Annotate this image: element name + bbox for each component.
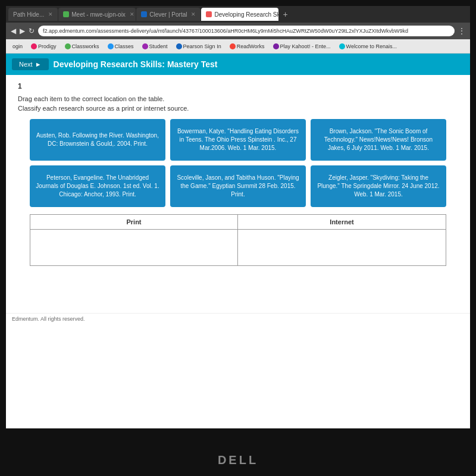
instruction-2: Classify each research source as a print… [18, 105, 458, 112]
page-content: Next ► Developing Research Skills: Maste… [6, 54, 470, 324]
bookmark-icon [176, 43, 182, 49]
card-text: Austen, Rob. Following the River. Washin… [36, 131, 159, 148]
print-column-header: Print [30, 215, 238, 229]
question-number: 1 [18, 82, 458, 90]
bookmark-prodigy[interactable]: Prodigy [28, 42, 60, 51]
back-icon[interactable]: ◀ [11, 27, 16, 35]
new-tab-button[interactable]: + [279, 10, 291, 19]
next-label: Next [19, 61, 33, 68]
extensions-icon[interactable]: ⋮ [458, 27, 465, 35]
bookmark-classes[interactable]: Classes [105, 42, 137, 51]
bookmark-icon [108, 43, 114, 49]
table-body [30, 230, 446, 265]
bookmark-renais[interactable]: Welcome to Renais... [336, 42, 400, 51]
card-text: Scoleville, Jason, and Tabitha Huson. "P… [176, 174, 300, 199]
refresh-icon[interactable]: ↻ [29, 27, 35, 35]
source-card-2[interactable]: Bowerman, Katye. "Handling Eating Disord… [170, 119, 306, 161]
tab-favicon [63, 11, 69, 17]
bookmark-icon [339, 43, 345, 49]
bookmark-student[interactable]: Student [139, 42, 171, 51]
bookmark-icon [65, 43, 71, 49]
address-input[interactable]: f2.app.edmentum.com/assessments-delivery… [38, 26, 455, 36]
tab-bar: Path Hide... ✕ Meet - mwe-ujpn-oix ✕ Cle… [6, 6, 470, 23]
browser-chrome: Path Hide... ✕ Meet - mwe-ujpn-oix ✕ Cle… [6, 6, 470, 54]
tab-clever[interactable]: Clever | Portal ✕ [136, 8, 201, 21]
next-arrow-icon: ► [35, 61, 42, 68]
bookmark-readworks[interactable]: ReadWorks [227, 42, 268, 51]
tab-favicon [141, 11, 147, 17]
main-content: 1 Drag each item to the correct location… [6, 75, 470, 313]
bookmark-pearson[interactable]: Pearson Sign In [173, 42, 224, 51]
forward-icon[interactable]: ▶ [20, 27, 25, 35]
footer-text: Edmentum. All rights reserved. [12, 316, 85, 322]
close-icon[interactable]: ✕ [191, 11, 196, 17]
tab-edmentum[interactable]: Developing Research Skills: Ma... ✕ [201, 8, 278, 21]
bookmark-login[interactable]: ogin [10, 42, 26, 51]
bookmark-label: Welcome to Renais... [346, 43, 397, 49]
address-text: f2.app.edmentum.com/assessments-delivery… [43, 28, 408, 34]
source-card-6[interactable]: Zeigler, Jasper. "Skydiving: Taking the … [311, 165, 446, 207]
bookmark-icon [31, 43, 37, 49]
close-icon[interactable]: ✕ [48, 11, 53, 17]
drop-table: Print Internet [30, 214, 446, 266]
dell-logo: DELL [218, 453, 258, 467]
card-text: Brown, Jackson. "The Sonic Boom of Techn… [317, 127, 440, 152]
monitor-frame: Path Hide... ✕ Meet - mwe-ujpn-oix ✕ Cle… [0, 0, 476, 476]
tab-favicon [206, 11, 212, 17]
bookmark-label: ogin [12, 43, 23, 49]
bookmark-icon [230, 43, 236, 49]
footer: Edmentum. All rights reserved. [6, 313, 470, 324]
source-card-4[interactable]: Peterson, Evangeline. The Unabridged Jou… [30, 165, 165, 207]
card-text: Peterson, Evangeline. The Unabridged Jou… [36, 174, 159, 199]
card-text: Bowerman, Katye. "Handling Eating Disord… [176, 127, 300, 152]
bookmark-kahoot[interactable]: Play Kahoot! - Ente... [270, 42, 334, 51]
bookmark-label: Classes [115, 43, 134, 49]
bookmark-icon [273, 43, 279, 49]
bookmark-label: Prodigy [38, 43, 57, 49]
top-nav: Next ► Developing Research Skills: Maste… [6, 54, 470, 75]
print-drop-zone[interactable] [30, 230, 238, 265]
address-bar: ◀ ▶ ↻ f2.app.edmentum.com/assessments-de… [6, 23, 470, 39]
bookmark-label: Play Kahoot! - Ente... [280, 43, 331, 49]
source-card-3[interactable]: Brown, Jackson. "The Sonic Boom of Techn… [311, 119, 446, 161]
bookmark-label: ReadWorks [237, 43, 265, 49]
tab-label: Clever | Portal [149, 11, 187, 18]
bookmark-label: Pearson Sign In [183, 43, 221, 49]
tab-label: Developing Research Skills: Ma... [214, 11, 278, 18]
tab-meet[interactable]: Meet - mwe-ujpn-oix ✕ [58, 8, 136, 21]
screen: Path Hide... ✕ Meet - mwe-ujpn-oix ✕ Cle… [6, 6, 470, 428]
card-text: Zeigler, Jasper. "Skydiving: Taking the … [317, 174, 440, 199]
internet-drop-zone[interactable] [238, 230, 446, 265]
bookmark-classworks[interactable]: Classworks [62, 42, 102, 51]
tab-label: Path Hide... [13, 11, 44, 18]
bookmark-icon [142, 43, 148, 49]
next-button[interactable]: Next ► [12, 58, 49, 70]
tab-label: Meet - mwe-ujpn-oix [71, 11, 126, 18]
internet-column-header: Internet [238, 215, 446, 229]
bookmark-label: Student [149, 43, 168, 49]
tab-path-hide[interactable]: Path Hide... ✕ [8, 8, 58, 21]
source-card-5[interactable]: Scoleville, Jason, and Tabitha Huson. "P… [170, 165, 306, 207]
instruction-1: Drag each item to the correct location o… [18, 95, 458, 102]
cards-grid: Austen, Rob. Following the River. Washin… [18, 119, 458, 207]
page-title: Developing Research Skills: Mastery Test [54, 60, 218, 69]
table-header: Print Internet [30, 215, 446, 230]
bookmarks-bar: ogin Prodigy Classworks Classes Student [6, 39, 470, 54]
bookmark-label: Classworks [72, 43, 99, 49]
source-card-1[interactable]: Austen, Rob. Following the River. Washin… [30, 119, 165, 161]
close-icon[interactable]: ✕ [130, 11, 134, 17]
